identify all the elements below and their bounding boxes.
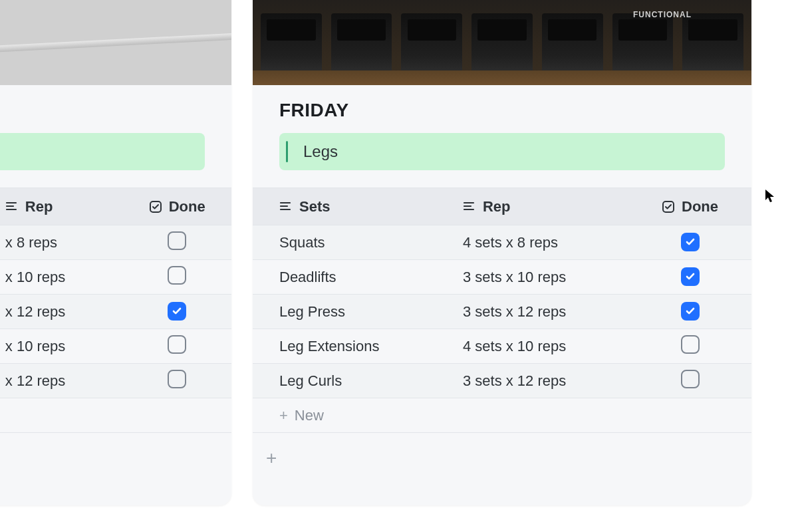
day-title: FRIDAY bbox=[253, 85, 751, 133]
header-done-label: Done bbox=[169, 198, 205, 215]
done-checkbox[interactable] bbox=[681, 335, 700, 354]
done-checkbox[interactable] bbox=[168, 266, 186, 285]
mouse-cursor-icon bbox=[765, 189, 775, 203]
text-lines-icon bbox=[463, 200, 476, 213]
table-row[interactable]: Leg Curls3 sets x 12 reps bbox=[253, 364, 751, 398]
done-checkbox[interactable] bbox=[681, 267, 700, 286]
checkbox-done-icon bbox=[662, 200, 675, 213]
done-checkbox[interactable] bbox=[168, 370, 186, 388]
text-lines-icon bbox=[5, 200, 19, 213]
checkbox-done-icon bbox=[149, 200, 162, 213]
table-row[interactable]: Squats4 sets x 8 reps bbox=[253, 225, 751, 260]
cell-done bbox=[628, 329, 751, 364]
plus-icon: + bbox=[279, 407, 288, 424]
column-header-done[interactable]: Done bbox=[122, 188, 231, 225]
cell-done bbox=[122, 225, 231, 260]
cell-sets[interactable]: Leg Extensions bbox=[253, 329, 451, 364]
workout-name-chip[interactable]: Legs bbox=[279, 133, 725, 170]
done-checkbox[interactable] bbox=[681, 233, 700, 251]
table-row[interactable]: x 10 reps bbox=[0, 329, 231, 364]
cell-rep[interactable]: x 10 reps bbox=[0, 260, 122, 295]
new-row-label: New bbox=[295, 407, 324, 424]
cell-rep[interactable]: 3 sets x 12 reps bbox=[451, 295, 628, 329]
cell-done bbox=[122, 295, 231, 329]
cell-rep[interactable]: x 10 reps bbox=[0, 329, 122, 364]
column-header-rep[interactable]: Rep bbox=[0, 188, 122, 225]
cell-done bbox=[122, 260, 231, 295]
day-title: THURSDAY bbox=[0, 85, 231, 133]
workout-name-text: Legs bbox=[279, 142, 338, 161]
table-row bbox=[0, 433, 231, 436]
exercise-table: Sets Rep bbox=[253, 188, 751, 436]
exercise-rows-left: x 8 repsx 10 repsx 12 repsx 10 repsx 12 … bbox=[0, 225, 231, 436]
cell-done bbox=[122, 364, 231, 398]
table-row[interactable]: x 12 reps bbox=[0, 295, 231, 329]
done-checkbox[interactable] bbox=[168, 231, 186, 250]
cell-sets[interactable]: Deadlifts bbox=[253, 260, 451, 295]
done-checkbox[interactable] bbox=[168, 302, 186, 321]
cell-done bbox=[122, 329, 231, 364]
table-row[interactable]: x 12 reps bbox=[0, 364, 231, 398]
cell-rep[interactable]: x 12 reps bbox=[0, 295, 122, 329]
cell-sets[interactable]: Leg Press bbox=[253, 295, 451, 329]
workout-name-chip[interactable] bbox=[0, 133, 205, 170]
workout-card-friday: FUNCTIONAL FRIDAY Legs Sets bbox=[253, 0, 751, 505]
column-header-done[interactable]: Done bbox=[628, 188, 751, 225]
exercise-table: Sets Rep bbox=[0, 188, 231, 436]
table-row[interactable]: x 10 reps bbox=[0, 260, 231, 295]
header-sets-label: Sets bbox=[299, 198, 330, 215]
cover-image-barbell bbox=[0, 0, 231, 85]
done-checkbox[interactable] bbox=[168, 335, 186, 354]
plus-icon: + bbox=[266, 448, 277, 468]
workout-card-previous-day: THURSDAY Sets bbox=[0, 0, 231, 505]
cell-done bbox=[628, 364, 751, 398]
header-rep-label: Rep bbox=[25, 198, 53, 215]
new-row-button[interactable]: ++ New bbox=[0, 398, 231, 433]
cell-sets[interactable]: Squats bbox=[253, 225, 451, 260]
cell-rep[interactable]: 3 sets x 10 reps bbox=[451, 260, 628, 295]
cover-image-gym: FUNCTIONAL bbox=[253, 0, 751, 85]
cell-rep[interactable]: 4 sets x 10 reps bbox=[451, 329, 628, 364]
column-header-rep[interactable]: Rep bbox=[451, 188, 628, 225]
cell-rep[interactable]: 4 sets x 8 reps bbox=[451, 225, 628, 260]
new-row-button[interactable]: +New bbox=[253, 398, 751, 433]
cell-done bbox=[628, 225, 751, 260]
cell-sets[interactable]: Leg Curls bbox=[253, 364, 451, 398]
table-row[interactable]: Leg Extensions4 sets x 10 reps bbox=[253, 329, 751, 364]
table-row[interactable]: x 8 reps bbox=[0, 225, 231, 260]
table-row[interactable]: Leg Press3 sets x 12 reps bbox=[253, 295, 751, 329]
header-done-label: Done bbox=[682, 198, 718, 215]
header-rep-label: Rep bbox=[483, 198, 511, 215]
exercise-rows-right: Squats4 sets x 8 repsDeadlifts3 sets x 1… bbox=[253, 225, 751, 436]
cell-rep[interactable]: x 12 reps bbox=[0, 364, 122, 398]
cell-done bbox=[628, 295, 751, 329]
table-row[interactable]: Deadlifts3 sets x 10 reps bbox=[253, 260, 751, 295]
cell-done bbox=[628, 260, 751, 295]
text-lines-icon bbox=[279, 200, 293, 213]
done-checkbox[interactable] bbox=[681, 370, 700, 388]
cover-text-functional: FUNCTIONAL bbox=[633, 10, 692, 19]
add-section-button[interactable]: + bbox=[253, 436, 751, 481]
cell-rep[interactable]: x 8 reps bbox=[0, 225, 122, 260]
cell-rep[interactable]: 3 sets x 12 reps bbox=[451, 364, 628, 398]
done-checkbox[interactable] bbox=[681, 302, 700, 321]
column-header-sets[interactable]: Sets bbox=[253, 188, 451, 225]
